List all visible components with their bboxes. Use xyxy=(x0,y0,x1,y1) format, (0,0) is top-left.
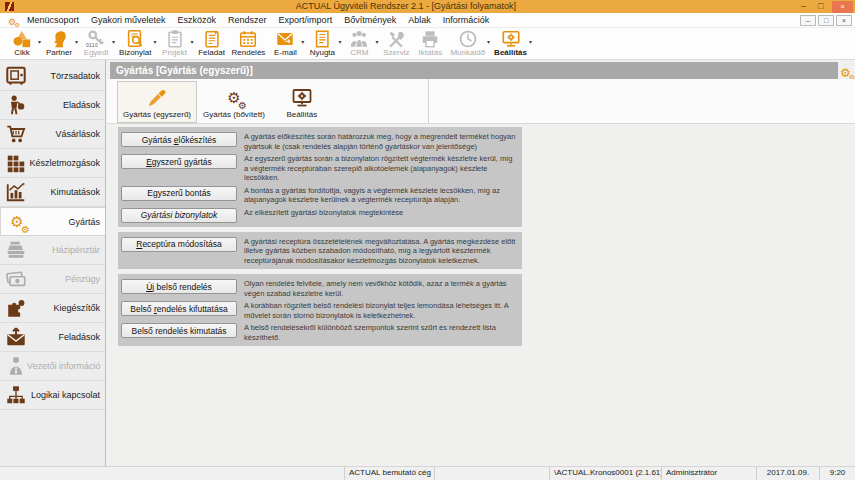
partner-icon xyxy=(49,29,69,49)
toolbar-item-bizonylat[interactable]: Bizonylat xyxy=(116,29,154,57)
sidebar-item-vezetoi-informacio[interactable]: Vezetői információ xyxy=(0,352,105,381)
action-row: Új belső rendelésOlyan rendelés felvitel… xyxy=(121,278,519,298)
action-row: Gyártás előkészítésA gyártás előkészítés… xyxy=(121,131,519,151)
minimize-button[interactable]: – xyxy=(795,1,812,12)
toolbar-item-label: Projekt xyxy=(162,48,187,57)
tab-gyartas-egyszeru[interactable]: Gyártás (egyszerű) xyxy=(117,81,197,123)
action-description: A belső rendelésekről különböző szempont… xyxy=(237,322,519,342)
toolbar-item-egyedi[interactable]: 0110Egyedi xyxy=(79,29,113,57)
sidebar-item-kimutatasok[interactable]: Kimutatások xyxy=(0,178,105,207)
action-block-1: Gyártás előkészítésA gyártás előkészítés… xyxy=(118,127,522,227)
safe-icon xyxy=(5,65,27,87)
sidebar-item-label: Kimutatások xyxy=(27,187,100,197)
toolbar-item-iktatas[interactable]: Iktatás xyxy=(413,29,447,57)
toolbar-item-label: Bizonylat xyxy=(119,48,151,57)
menu-item-informaciok[interactable]: Információk xyxy=(437,15,496,25)
close-button[interactable]: × xyxy=(832,1,853,13)
toolbar-item-munkaido[interactable]: Munkaidő xyxy=(447,29,488,57)
gyartas-elokeszites-button[interactable]: Gyártás előkészítés xyxy=(121,132,237,147)
toolbar-item-label: Szerviz xyxy=(383,48,409,57)
sidebar-item-hazipenztar[interactable]: Házipénztár xyxy=(0,236,105,265)
sidebar: TörzsadatokEladásokVásárlásokKészletmozg… xyxy=(0,60,106,466)
action-row: Belső rendelés kifuttatásaA korábban rög… xyxy=(121,300,519,320)
toolbar-item-label: Munkaidő xyxy=(450,48,485,57)
sidebar-item-eladasok[interactable]: Eladások xyxy=(0,91,105,120)
chevron-down-icon[interactable]: ▾ xyxy=(154,38,157,57)
chevron-down-icon[interactable]: ▾ xyxy=(375,38,378,57)
chevron-down-icon[interactable]: ▾ xyxy=(191,38,194,57)
titlebar: ACTUAL Ügyviteli Rendszer 2.1 - [Gyártás… xyxy=(0,0,855,13)
menu-item-eszkozok[interactable]: Eszközök xyxy=(172,15,223,25)
envelope-up-icon xyxy=(5,326,27,348)
mdi-close-button[interactable]: × xyxy=(836,15,852,26)
toolbar-item-e-mail[interactable]: E-mail xyxy=(268,29,302,57)
document-search-icon xyxy=(125,29,145,49)
sidebar-item-keszletmozgasok[interactable]: Készletmozgások xyxy=(0,149,105,178)
status-date: 2017.01.09. xyxy=(757,467,820,480)
calendar-icon xyxy=(238,29,258,49)
mdi-restore-button[interactable]: □ xyxy=(818,15,834,26)
sidebar-item-logikai-kapcsolat[interactable]: Logikai kapcsolat xyxy=(0,381,105,410)
toolbar-item-label: Partner xyxy=(46,48,72,57)
gears-icon: ⚙⚙ xyxy=(6,211,28,233)
toolbar-item-cikk[interactable]: Cikk xyxy=(5,29,39,57)
chevron-down-icon[interactable]: ▾ xyxy=(75,38,78,57)
menu-items: MenücsoportGyakori műveletekEszközökRend… xyxy=(21,15,495,25)
toolbar-item-nyugta[interactable]: Nyugta xyxy=(305,29,339,57)
toolbar-item-badge: 0110 xyxy=(86,42,98,48)
belso-rendeles-kifuttatasa-button[interactable]: Belső rendelés kifuttatása xyxy=(121,301,237,316)
person-info-icon xyxy=(5,355,27,377)
app-gears-icon: ⚙⚙ xyxy=(6,11,18,29)
sidebar-item-penzugy[interactable]: Pénzügy xyxy=(0,265,105,294)
toolbar-item-beallitas[interactable]: Beállítás xyxy=(491,29,530,57)
menu-item-rendszer[interactable]: Rendszer xyxy=(222,15,273,25)
restore-button[interactable]: □ xyxy=(812,1,829,12)
sidebar-item-label: Vásárlások xyxy=(27,129,100,139)
receptura-modositasa-button[interactable]: Receptúra módosítása xyxy=(121,237,237,252)
tab-beallitas[interactable]: Beállítás xyxy=(271,81,333,123)
egyszeru-bontas-button[interactable]: Egyszerű bontás xyxy=(121,186,237,201)
tab-gyartas-bovitett[interactable]: ⚙⚙Gyártás (bővített) xyxy=(197,81,271,123)
chevron-down-icon[interactable]: ▾ xyxy=(38,38,41,57)
chevron-down-icon[interactable]: ▾ xyxy=(301,38,304,57)
belso-rendeles-kimutatas-button[interactable]: Belső rendelés kimutatás xyxy=(121,323,237,338)
egyszeru-gyartas-button[interactable]: Egyszerű gyártás xyxy=(121,154,237,169)
hierarchy-icon xyxy=(5,384,27,406)
chevron-down-icon[interactable]: ▾ xyxy=(487,38,490,57)
menu-item-ablak[interactable]: Ablak xyxy=(402,15,437,25)
sidebar-item-vasarlasok[interactable]: Vásárlások xyxy=(0,120,105,149)
statusbar: ACTUAL bemutató cég\ACTUAL.Kronos0001 (2… xyxy=(0,466,855,480)
sidebar-item-feladasok[interactable]: Feladások xyxy=(0,323,105,352)
sidebar-item-torzsadatok[interactable]: Törzsadatok xyxy=(0,62,105,91)
sidebar-item-label: Logikai kapcsolat xyxy=(27,390,100,400)
tab-label: Gyártás (bővített) xyxy=(203,110,265,119)
tab-label: Gyártás (egyszerű) xyxy=(123,110,191,119)
menu-item-export-import[interactable]: Export/import xyxy=(273,15,339,25)
gyartasi-bizonylatok-button[interactable]: Gyártási bizonylatok xyxy=(121,208,237,223)
toolbar-item-szerviz[interactable]: Szerviz xyxy=(379,29,413,57)
uj-belso-rendeles-button[interactable]: Új belső rendelés xyxy=(121,279,237,294)
toolbar-item-crm[interactable]: CRM xyxy=(342,29,376,57)
chevron-down-icon[interactable]: ▾ xyxy=(338,38,341,57)
status-time: 9:20 xyxy=(820,467,855,480)
toolbar-item-partner[interactable]: Partner xyxy=(42,29,76,57)
action-row: Egyszerű bontásA bontás a gyártás fordít… xyxy=(121,185,519,205)
mdi-minimize-button[interactable]: – xyxy=(800,15,816,26)
tools-icon xyxy=(386,29,406,49)
menu-item-menucsoport[interactable]: Menücsoport xyxy=(21,15,85,25)
app-logo-icon xyxy=(5,2,14,11)
menu-item-gyakori-muveletek[interactable]: Gyakori műveletek xyxy=(85,15,172,25)
envelope-icon xyxy=(275,29,295,49)
clock-icon xyxy=(458,29,478,49)
sidebar-item-kiegeszitok[interactable]: Kiegészítők xyxy=(0,294,105,323)
toolbar-item-feladat[interactable]: Feladat xyxy=(195,29,229,57)
window-title: ACTUAL Ügyviteli Rendszer 2.1 - [Gyártás… xyxy=(17,0,795,13)
toolbar-item-projekt[interactable]: Projekt xyxy=(158,29,192,57)
toolbar-item-rendeles[interactable]: Rendelés xyxy=(229,29,269,57)
chevron-down-icon[interactable]: ▾ xyxy=(112,38,115,57)
status-spacer xyxy=(435,467,550,480)
chevron-down-icon[interactable]: ▾ xyxy=(529,38,532,57)
sidebar-item-label: Gyártás xyxy=(28,217,100,227)
menu-item-bovitmenyek[interactable]: Bővítmények xyxy=(338,15,402,25)
sidebar-item-gyartas[interactable]: ⚙⚙Gyártás xyxy=(0,207,105,236)
